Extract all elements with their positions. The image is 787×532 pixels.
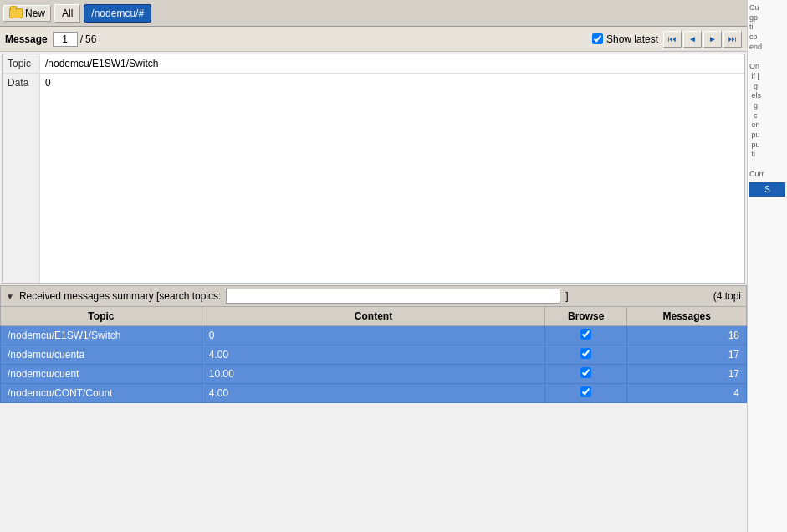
data-label: Data (3, 74, 40, 283)
tab-all[interactable]: All (54, 4, 80, 23)
cell-browse (545, 326, 627, 345)
summary-header-text: Received messages summary [search topics… (19, 290, 221, 302)
data-content: 0 (40, 74, 744, 283)
message-label: Message (5, 33, 48, 45)
browse-checkbox[interactable] (580, 329, 591, 340)
cell-browse (545, 365, 627, 384)
cell-browse (545, 384, 627, 403)
folder-icon (9, 8, 23, 18)
message-total: 56 (85, 33, 96, 45)
cell-messages: 4 (627, 384, 747, 403)
table-row: /nodemcu/E1SW1/Switch018 (1, 326, 747, 345)
topic-value: /nodemcu/E1SW1/Switch (40, 54, 744, 73)
table-row: /nodemcu/cuent10.0017 (1, 365, 747, 384)
cell-topic: /nodemcu/cuenta (1, 345, 202, 365)
show-latest-checkbox[interactable] (592, 33, 603, 44)
show-latest-group: Show latest (592, 33, 658, 45)
summary-header: ▼ Received messages summary [search topi… (0, 285, 747, 306)
cell-browse (545, 345, 627, 365)
new-button[interactable]: New (3, 5, 51, 22)
right-panel: CugpticoendOn if [ g els g c en pu pu ti… (747, 0, 787, 532)
browse-checkbox[interactable] (580, 386, 591, 397)
bracket-close: ] (565, 290, 568, 302)
right-panel-code: CugpticoendOn if [ g els g c en pu pu ti… (749, 3, 785, 179)
browse-checkbox[interactable] (580, 348, 591, 359)
search-topics-input[interactable] (226, 289, 560, 304)
message-counter: / 56 (53, 32, 97, 47)
topic-data-area: Topic /nodemcu/E1SW1/Switch Data 0 (2, 54, 745, 284)
cell-topic: /nodemcu/CONT/Count (1, 384, 202, 403)
show-latest-label[interactable]: Show latest (606, 33, 658, 45)
col-header-content: Content (202, 307, 544, 326)
cell-messages: 18 (627, 326, 747, 345)
col-header-messages: Messages (627, 307, 747, 326)
topic-row: Topic /nodemcu/E1SW1/Switch (3, 54, 744, 74)
collapse-arrow[interactable]: ▼ (6, 292, 14, 301)
tab-nodemcu[interactable]: /nodemcu/# (84, 4, 151, 23)
cell-messages: 17 (627, 345, 747, 365)
nav-last-button[interactable]: ⏭ (723, 31, 742, 48)
toolbar: New All /nodemcu/# (0, 0, 747, 27)
table-row: /nodemcu/cuenta4.0017 (1, 345, 747, 365)
cell-content: 10.00 (202, 365, 544, 384)
cell-content: 0 (202, 326, 544, 345)
cell-content: 4.00 (202, 384, 544, 403)
cell-topic: /nodemcu/E1SW1/Switch (1, 326, 202, 345)
cell-topic: /nodemcu/cuent (1, 365, 202, 384)
col-header-browse: Browse (545, 307, 627, 326)
nav-first-button[interactable]: ⏮ (663, 31, 682, 48)
cell-content: 4.00 (202, 345, 544, 365)
new-button-label: New (25, 8, 45, 19)
nav-next-button[interactable]: ► (703, 31, 722, 48)
topic-count: (4 topi (713, 290, 741, 302)
topic-label: Topic (3, 54, 40, 73)
col-header-topic: Topic (1, 307, 202, 326)
table-header-row: Topic Content Browse Messages (1, 307, 747, 326)
data-row: Data 0 (3, 74, 744, 283)
summary-table: Topic Content Browse Messages /nodemcu/E… (0, 306, 747, 403)
table-row: /nodemcu/CONT/Count4.004 (1, 384, 747, 403)
message-current-input[interactable] (53, 32, 78, 47)
right-panel-button[interactable]: S (749, 182, 785, 197)
browse-checkbox[interactable] (580, 367, 591, 378)
separator: / (80, 33, 83, 45)
message-bar: Message / 56 Show latest ⏮ ◄ ► ⏭ (0, 27, 747, 52)
nav-prev-button[interactable]: ◄ (683, 31, 702, 48)
cell-messages: 17 (627, 365, 747, 384)
nav-buttons: ⏮ ◄ ► ⏭ (663, 31, 742, 48)
